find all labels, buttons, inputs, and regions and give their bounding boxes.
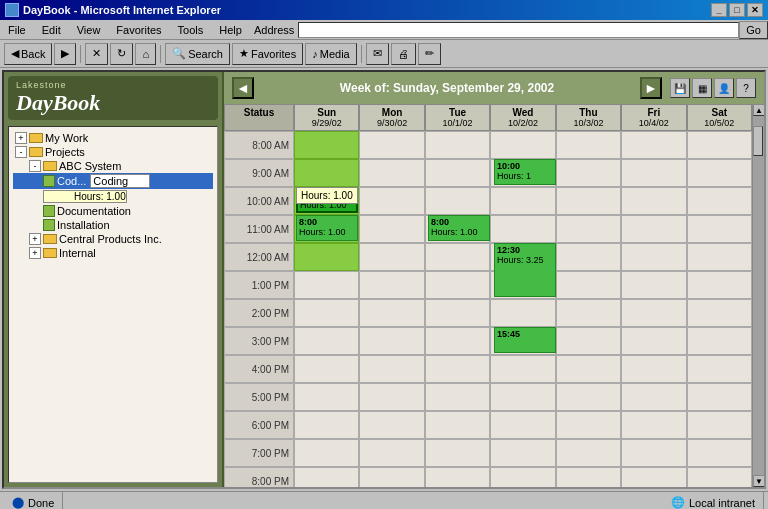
cal-cell-1-0[interactable]	[294, 159, 359, 187]
scroll-up-button[interactable]: ▲	[753, 104, 764, 116]
cal-cell-6-3[interactable]	[490, 299, 555, 327]
cal-cell-6-6[interactable]	[687, 299, 752, 327]
cal-cell-6-0[interactable]	[294, 299, 359, 327]
cal-cell-4-1[interactable]	[359, 243, 424, 271]
cal-cell-9-6[interactable]	[687, 383, 752, 411]
cal-cell-6-2[interactable]	[425, 299, 490, 327]
cal-cell-12-5[interactable]	[621, 467, 686, 487]
cal-cell-11-0[interactable]	[294, 439, 359, 467]
event-4-7[interactable]: 15:45	[494, 327, 556, 353]
tree-item-documentation[interactable]: Documentation	[13, 204, 213, 218]
cal-cell-3-4[interactable]	[556, 215, 621, 243]
cal-cell-0-4[interactable]	[556, 131, 621, 159]
cal-cell-9-4[interactable]	[556, 383, 621, 411]
maximize-button[interactable]: □	[729, 3, 745, 17]
go-button[interactable]: Go	[739, 21, 768, 39]
cal-cell-10-4[interactable]	[556, 411, 621, 439]
print-button[interactable]: 🖨	[391, 43, 416, 65]
search-button[interactable]: 🔍 Search	[165, 43, 230, 65]
cal-cell-9-2[interactable]	[425, 383, 490, 411]
cal-cell-2-3[interactable]	[490, 187, 555, 215]
cal-cell-12-4[interactable]	[556, 467, 621, 487]
media-button[interactable]: ♪ Media	[305, 43, 356, 65]
tree-item-projects[interactable]: - Projects	[13, 145, 213, 159]
tree-item-my-work[interactable]: + My Work	[13, 131, 213, 145]
cal-cell-2-4[interactable]	[556, 187, 621, 215]
cal-cell-1-5[interactable]	[621, 159, 686, 187]
grid-view-button[interactable]: ▦	[692, 78, 712, 98]
mail-button[interactable]: ✉	[366, 43, 389, 65]
coding-edit-input[interactable]	[90, 174, 150, 188]
cal-cell-12-3[interactable]	[490, 467, 555, 487]
cal-cell-10-0[interactable]	[294, 411, 359, 439]
calendar-scroll-area[interactable]: Status Sun 9/29/02 Mon 9/30/02 Tue 10/	[224, 104, 752, 487]
cal-cell-7-0[interactable]	[294, 327, 359, 355]
cal-cell-6-4[interactable]	[556, 299, 621, 327]
cal-cell-11-2[interactable]	[425, 439, 490, 467]
cal-cell-2-2[interactable]	[425, 187, 490, 215]
cal-cell-2-1[interactable]	[359, 187, 424, 215]
cal-cell-10-5[interactable]	[621, 411, 686, 439]
cal-cell-8-4[interactable]	[556, 355, 621, 383]
cal-cell-11-3[interactable]	[490, 439, 555, 467]
edit-button[interactable]: ✏	[418, 43, 441, 65]
back-button[interactable]: ◀ Back	[4, 43, 52, 65]
cal-cell-5-1[interactable]	[359, 271, 424, 299]
cal-cell-3-6[interactable]	[687, 215, 752, 243]
cal-cell-3-5[interactable]	[621, 215, 686, 243]
refresh-button[interactable]: ↻	[110, 43, 133, 65]
cal-cell-0-1[interactable]	[359, 131, 424, 159]
cal-cell-9-0[interactable]	[294, 383, 359, 411]
event-4-4[interactable]: 12:30Hours: 3.25	[494, 243, 556, 297]
cal-cell-8-2[interactable]	[425, 355, 490, 383]
cal-cell-8-1[interactable]	[359, 355, 424, 383]
expand-projects[interactable]: -	[15, 146, 27, 158]
cal-cell-5-2[interactable]	[425, 271, 490, 299]
cal-cell-7-2[interactable]	[425, 327, 490, 355]
cal-cell-2-5[interactable]	[621, 187, 686, 215]
cal-cell-10-3[interactable]	[490, 411, 555, 439]
scroll-track[interactable]	[753, 116, 764, 475]
cal-cell-12-6[interactable]	[687, 467, 752, 487]
event-4-1[interactable]: 10:00Hours: 1	[494, 159, 556, 185]
cal-cell-4-2[interactable]	[425, 243, 490, 271]
cal-cell-7-5[interactable]	[621, 327, 686, 355]
menu-edit[interactable]: Edit	[34, 22, 69, 38]
cal-cell-11-1[interactable]	[359, 439, 424, 467]
expand-internal[interactable]: +	[29, 247, 41, 259]
cal-cell-5-0[interactable]	[294, 271, 359, 299]
cal-cell-8-6[interactable]	[687, 355, 752, 383]
cal-cell-6-1[interactable]	[359, 299, 424, 327]
event-3-3[interactable]: 8:00Hours: 1.00	[428, 215, 490, 241]
cal-cell-10-2[interactable]	[425, 411, 490, 439]
home-button[interactable]: ⌂	[135, 43, 156, 65]
cal-cell-1-4[interactable]	[556, 159, 621, 187]
cal-cell-7-4[interactable]	[556, 327, 621, 355]
scroll-down-button[interactable]: ▼	[753, 475, 764, 487]
cal-cell-0-6[interactable]	[687, 131, 752, 159]
favorites-button[interactable]: ★ Favorites	[232, 43, 303, 65]
cal-cell-9-5[interactable]	[621, 383, 686, 411]
cal-cell-4-0[interactable]	[294, 243, 359, 271]
save-cal-button[interactable]: 💾	[670, 78, 690, 98]
event-1-2[interactable]: 8:00Hours: 1.00	[296, 187, 358, 213]
help-button[interactable]: ?	[736, 78, 756, 98]
expand-my-work[interactable]: +	[15, 132, 27, 144]
tree-item-installation[interactable]: Installation	[13, 218, 213, 232]
tree-item-abc-system[interactable]: - ABC System	[13, 159, 213, 173]
cal-cell-5-4[interactable]	[556, 271, 621, 299]
cal-cell-10-1[interactable]	[359, 411, 424, 439]
cal-cell-5-5[interactable]	[621, 271, 686, 299]
cal-cell-11-4[interactable]	[556, 439, 621, 467]
close-button[interactable]: ✕	[747, 3, 763, 17]
cal-cell-8-0[interactable]	[294, 355, 359, 383]
menu-help[interactable]: Help	[211, 22, 250, 38]
tree-item-internal[interactable]: + Internal	[13, 246, 213, 260]
cal-cell-1-6[interactable]	[687, 159, 752, 187]
cal-cell-0-0[interactable]	[294, 131, 359, 159]
cal-cell-9-3[interactable]	[490, 383, 555, 411]
event-1-3[interactable]: 8:00Hours: 1.00	[296, 215, 358, 241]
cal-cell-3-1[interactable]	[359, 215, 424, 243]
cal-cell-9-1[interactable]	[359, 383, 424, 411]
expand-central[interactable]: +	[29, 233, 41, 245]
